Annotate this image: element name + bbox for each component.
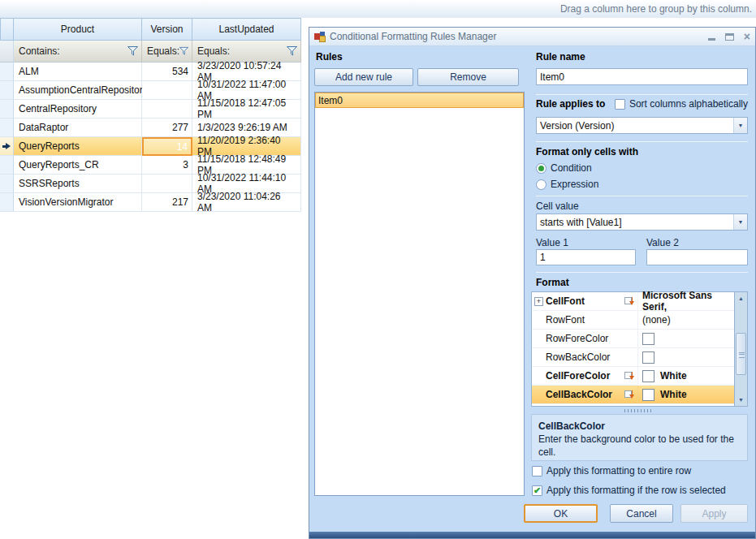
column-header-lastupdated[interactable]: LastUpdated bbox=[192, 18, 301, 41]
group-by-panel[interactable]: Drag a column here to group by this colu… bbox=[0, 0, 756, 18]
apply-if-selected-checkbox-row[interactable]: ✔ Apply this formatting if the row is se… bbox=[532, 485, 726, 496]
filter-indicator-cell bbox=[0, 41, 14, 63]
property-row-rowfont[interactable]: RowFont (none) bbox=[532, 311, 734, 330]
cell-value-dropdown[interactable]: starts with [Value1] ▼ bbox=[536, 213, 748, 231]
scroll-down-icon[interactable]: ▼ bbox=[735, 394, 747, 406]
chevron-down-icon[interactable]: ▼ bbox=[733, 118, 747, 133]
cell-version[interactable]: 534 bbox=[142, 63, 192, 81]
sort-columns-checkbox[interactable] bbox=[615, 99, 625, 110]
table-row[interactable]: CentralRepository 11/15/2018 12:47:05 PM bbox=[0, 100, 301, 119]
cell-product[interactable]: SSRSReports bbox=[14, 175, 142, 193]
cell-version[interactable]: 3 bbox=[142, 156, 192, 175]
row-indicator bbox=[0, 119, 14, 137]
separator bbox=[536, 272, 748, 273]
cell-lastupdated[interactable]: 3/23/2020 11:04:26 AM bbox=[192, 193, 301, 212]
chevron-down-icon[interactable]: ▼ bbox=[733, 214, 747, 230]
list-item[interactable]: Item0 bbox=[315, 93, 524, 108]
table-row[interactable]: VisionVersionMigrator 217 3/23/2020 11:0… bbox=[0, 193, 301, 212]
scrollbar[interactable]: ▲ ▼ bbox=[734, 292, 747, 406]
color-swatch[interactable] bbox=[642, 370, 654, 382]
rule-name-label: Rule name bbox=[536, 51, 585, 63]
column-header-version[interactable]: Version bbox=[142, 18, 192, 41]
format-section-label: Format bbox=[536, 277, 569, 288]
cell-version[interactable]: 277 bbox=[142, 119, 192, 137]
rules-listbox[interactable]: Item0 bbox=[314, 92, 525, 496]
apply-button: Apply bbox=[680, 504, 748, 523]
reset-value-icon[interactable] bbox=[624, 296, 634, 306]
applies-to-dropdown[interactable]: Version (Version) ▼ bbox=[536, 117, 748, 134]
ok-button[interactable]: OK bbox=[524, 504, 598, 523]
apply-entire-row-checkbox[interactable] bbox=[532, 466, 542, 476]
separator bbox=[536, 94, 748, 95]
column-header-product[interactable]: Product bbox=[14, 18, 142, 41]
dialog-bottom-edge[interactable] bbox=[309, 532, 755, 538]
format-property-grid: + CellFont Microsoft Sans Serif, RowFont… bbox=[531, 291, 748, 407]
dialog-form-icon bbox=[314, 32, 326, 42]
cell-product[interactable]: VisionVersionMigrator bbox=[14, 193, 142, 212]
splitter-handle[interactable] bbox=[624, 409, 654, 412]
filter-cell-lastupdated[interactable]: Equals: bbox=[192, 41, 301, 63]
group-by-hint: Drag a column here to group by this colu… bbox=[560, 3, 752, 15]
cell-lastupdated[interactable]: 11/15/2018 12:47:05 PM bbox=[192, 100, 301, 119]
separator bbox=[536, 141, 748, 142]
reset-value-icon[interactable] bbox=[624, 390, 634, 399]
color-swatch[interactable] bbox=[642, 333, 654, 345]
cancel-button[interactable]: Cancel bbox=[610, 504, 673, 523]
rule-name-input[interactable] bbox=[536, 68, 748, 85]
color-swatch[interactable] bbox=[642, 351, 654, 364]
scrollbar-thumb[interactable] bbox=[736, 333, 746, 375]
close-icon[interactable]: × bbox=[744, 31, 750, 42]
description-text: Enter the background color to be used fo… bbox=[538, 433, 741, 459]
cell-product[interactable]: QueryReports_CR bbox=[14, 156, 142, 175]
property-row-cellbackcolor-selected[interactable]: CellBackColor White bbox=[532, 386, 734, 404]
cell-version[interactable] bbox=[142, 100, 192, 119]
cell-product[interactable]: ALM bbox=[14, 63, 142, 81]
cell-product[interactable]: CentralRepository bbox=[14, 100, 142, 119]
value2-input[interactable] bbox=[646, 249, 748, 265]
add-new-rule-button[interactable]: Add new rule bbox=[314, 68, 413, 86]
cell-product[interactable]: AssumptionCentralRepository bbox=[14, 81, 142, 100]
reset-value-icon[interactable] bbox=[624, 371, 634, 381]
sort-columns-checkbox-row[interactable]: Sort columns alphabetically bbox=[615, 98, 748, 110]
scroll-up-icon[interactable]: ▲ bbox=[735, 292, 747, 304]
product-grid: Product Version LastUpdated Contains: Eq… bbox=[0, 18, 301, 212]
property-description-panel: CellBackColor Enter the background color… bbox=[531, 414, 748, 461]
condition-radio-row[interactable]: Condition bbox=[536, 162, 592, 174]
row-indicator bbox=[0, 63, 14, 81]
color-swatch[interactable] bbox=[642, 389, 654, 401]
minimize-icon[interactable] bbox=[708, 38, 715, 41]
separator bbox=[536, 196, 748, 196]
apply-if-selected-label: Apply this formatting if the row is sele… bbox=[546, 485, 726, 496]
cell-version[interactable] bbox=[142, 81, 192, 100]
maximize-icon[interactable] bbox=[725, 33, 734, 41]
cell-version-focused[interactable]: 14 bbox=[142, 137, 192, 156]
apply-if-selected-checkbox[interactable]: ✔ bbox=[532, 485, 542, 496]
row-indicator bbox=[0, 156, 14, 175]
cell-version[interactable]: 217 bbox=[142, 193, 192, 212]
expand-icon[interactable]: + bbox=[534, 297, 543, 306]
dialog-titlebar[interactable]: Conditional Formatting Rules Manager × bbox=[309, 28, 755, 46]
filter-cell-version[interactable]: Equals: bbox=[142, 41, 192, 63]
expression-radio-row[interactable]: Expression bbox=[536, 179, 598, 190]
property-row-rowbackcolor[interactable]: RowBackColor bbox=[532, 348, 734, 367]
filter-funnel-icon[interactable] bbox=[287, 46, 297, 56]
condition-radio-label: Condition bbox=[551, 162, 592, 174]
filter-funnel-icon[interactable] bbox=[179, 46, 188, 56]
property-row-rowforecolor[interactable]: RowForeColor bbox=[532, 330, 734, 348]
expression-radio[interactable] bbox=[536, 179, 546, 190]
cell-version[interactable] bbox=[142, 175, 192, 193]
property-row-cellfont[interactable]: + CellFont Microsoft Sans Serif, bbox=[532, 292, 734, 311]
format-only-cells-label: Format only cells with bbox=[536, 146, 638, 157]
filter-cell-product[interactable]: Contains: bbox=[14, 41, 142, 63]
apply-entire-row-checkbox-row[interactable]: Apply this formatting to entire row bbox=[532, 465, 691, 476]
row-indicator-current bbox=[0, 137, 14, 156]
row-indicator bbox=[0, 175, 14, 193]
cell-product[interactable]: QueryReports bbox=[14, 137, 142, 156]
remove-rule-button[interactable]: Remove bbox=[417, 68, 519, 86]
cell-product[interactable]: DataRaptor bbox=[14, 119, 142, 137]
property-row-cellforecolor[interactable]: CellForeColor White bbox=[532, 367, 734, 386]
condition-radio[interactable] bbox=[536, 163, 546, 174]
rule-applies-label: Rule applies to bbox=[536, 98, 605, 110]
filter-funnel-icon[interactable] bbox=[127, 46, 138, 56]
value1-input[interactable] bbox=[536, 249, 636, 265]
